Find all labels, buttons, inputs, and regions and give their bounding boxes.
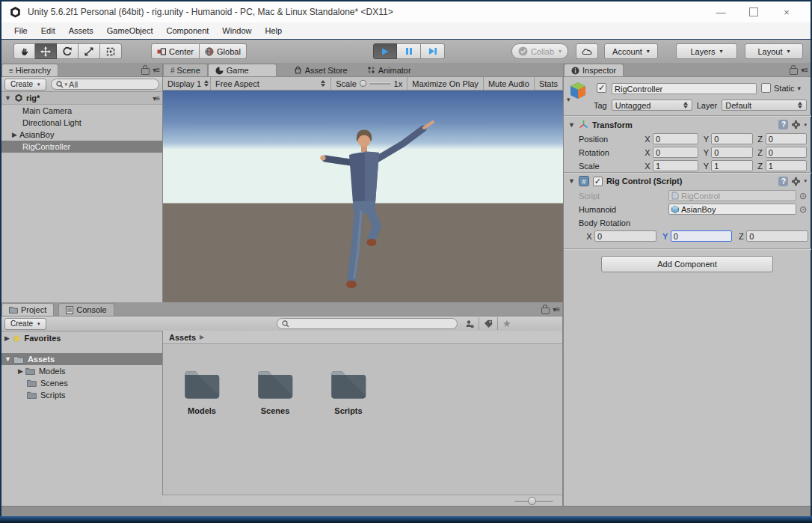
hierarchy-item-directional-light[interactable]: Directional Light xyxy=(1,117,162,129)
project-menu-icon[interactable]: ▾≡ xyxy=(553,305,559,314)
menu-assets[interactable]: Assets xyxy=(62,26,100,35)
scale-x-field[interactable]: 1 xyxy=(653,160,698,171)
humanoid-object-picker[interactable]: ⊙ xyxy=(796,206,807,213)
rotation-z-field[interactable]: 0 xyxy=(766,147,807,158)
scene-expand-arrow[interactable]: ▼ xyxy=(4,94,11,102)
active-checkbox[interactable]: ✓ xyxy=(597,83,606,93)
scale-y-field[interactable]: 1 xyxy=(711,160,752,171)
game-view[interactable] xyxy=(163,91,563,304)
icon-dropdown-arrow[interactable]: ▾ xyxy=(567,96,570,103)
rect-tool-button[interactable] xyxy=(100,43,122,59)
rotation-x-field[interactable]: 0 xyxy=(653,147,698,158)
position-x-field[interactable]: 0 xyxy=(653,133,698,144)
script-object-picker[interactable]: ⊙ xyxy=(796,192,807,200)
transform-gear-icon[interactable] xyxy=(792,120,800,129)
collab-button[interactable]: Collab ▾ xyxy=(511,43,568,59)
hierarchy-lock-icon[interactable] xyxy=(141,68,150,75)
hierarchy-search-input[interactable]: ▾ All xyxy=(51,79,159,90)
thumbnail-size-knob[interactable] xyxy=(528,497,536,505)
tab-inspector[interactable]: Inspector xyxy=(564,64,624,76)
tab-asset-store[interactable]: Asset Store xyxy=(287,64,354,76)
scale-tool-button[interactable] xyxy=(79,43,100,59)
hierarchy-create-button[interactable]: Create▾ xyxy=(4,79,46,91)
menu-gameobject[interactable]: GameObject xyxy=(100,26,160,35)
scene-header-row[interactable]: ▼ rig* ▾≡ xyxy=(1,92,162,105)
tree-item-scenes[interactable]: Scenes xyxy=(1,377,162,389)
script-field[interactable]: RigControl xyxy=(668,190,796,201)
project-create-button[interactable]: Create▾ xyxy=(4,318,46,330)
scale-z-field[interactable]: 1 xyxy=(766,160,807,171)
favorites-row[interactable]: ▶ ★ Favorites xyxy=(1,332,162,344)
layout-dropdown[interactable]: Layout▾ xyxy=(745,43,803,59)
body-rotation-z-field[interactable]: 0 xyxy=(746,230,808,242)
inspector-lock-icon[interactable] xyxy=(790,68,798,75)
inspector-menu-icon[interactable]: ▾≡ xyxy=(801,66,808,74)
close-button[interactable]: × xyxy=(770,2,803,22)
tab-animator[interactable]: Animator xyxy=(360,64,418,76)
gameobject-name-field[interactable]: RigController xyxy=(612,83,757,94)
cloud-button[interactable] xyxy=(576,43,598,59)
hierarchy-item-asianboy[interactable]: ▶AsianBoy xyxy=(1,129,162,141)
layers-dropdown[interactable]: Layers▾ xyxy=(676,43,737,59)
tab-console[interactable]: Console xyxy=(58,303,114,316)
humanoid-field[interactable]: AsianBoy xyxy=(668,204,796,215)
project-lock-icon[interactable] xyxy=(541,308,550,314)
body-rotation-y-field[interactable]: 0 xyxy=(671,230,733,242)
expand-arrow-icon[interactable]: ▶ xyxy=(1,131,19,138)
transform-expand-arrow[interactable]: ▼ xyxy=(568,121,575,129)
stats-button[interactable]: Stats xyxy=(535,77,563,90)
search-by-type-button[interactable] xyxy=(461,317,479,330)
folder-scenes[interactable]: Scenes xyxy=(247,368,304,415)
maximize-on-play-button[interactable]: Maximize On Play xyxy=(407,77,484,90)
position-y-field[interactable]: 0 xyxy=(711,133,752,144)
maximize-button[interactable] xyxy=(737,2,770,22)
tree-item-scripts[interactable]: Scripts xyxy=(1,389,162,401)
hierarchy-menu-icon[interactable]: ▾≡ xyxy=(153,66,159,74)
search-by-label-button[interactable] xyxy=(479,317,498,330)
project-search-input[interactable] xyxy=(277,318,458,329)
body-rotation-x-field[interactable]: 0 xyxy=(594,230,656,242)
scale-slider-knob[interactable] xyxy=(360,80,366,87)
assets-root-row[interactable]: ▼ Assets xyxy=(1,353,162,365)
menu-help[interactable]: Help xyxy=(258,26,289,35)
tab-scene[interactable]: # Scene xyxy=(163,64,208,76)
pivot-center-button[interactable]: Center xyxy=(151,43,200,59)
aspect-dropdown[interactable]: Free Aspect xyxy=(211,77,331,90)
folder-scripts[interactable]: Scripts xyxy=(320,368,377,415)
space-global-button[interactable]: Global xyxy=(200,43,247,59)
add-component-button[interactable]: Add Component xyxy=(601,256,773,272)
breadcrumb[interactable]: Assets xyxy=(169,333,196,342)
rotate-tool-button[interactable] xyxy=(57,43,79,59)
layer-dropdown[interactable]: Default xyxy=(722,100,807,111)
transform-help-icon[interactable]: ? xyxy=(778,120,788,129)
static-dropdown-arrow[interactable]: ▾ xyxy=(798,85,802,92)
favorites-expand-arrow[interactable]: ▶ xyxy=(1,334,12,342)
thumbnail-size-slider[interactable] xyxy=(514,500,553,502)
scale-slider-track[interactable] xyxy=(369,82,391,85)
position-z-field[interactable]: 0 xyxy=(766,133,807,144)
rotation-y-field[interactable]: 0 xyxy=(711,147,752,158)
step-button[interactable] xyxy=(421,43,445,59)
menu-window[interactable]: Window xyxy=(215,26,258,35)
models-expand-arrow[interactable]: ▶ xyxy=(1,367,25,375)
hierarchy-item-rigcontroller[interactable]: RigController xyxy=(1,141,162,153)
move-tool-button[interactable] xyxy=(35,43,57,59)
assets-expand-arrow[interactable]: ▼ xyxy=(1,355,13,363)
rig-control-enabled-checkbox[interactable]: ✓ xyxy=(593,177,603,186)
menu-file[interactable]: File xyxy=(7,26,34,35)
rig-control-expand-arrow[interactable]: ▼ xyxy=(568,177,575,185)
tree-item-models[interactable]: ▶ Models xyxy=(1,365,162,377)
account-dropdown[interactable]: Account▾ xyxy=(604,43,658,59)
menu-edit[interactable]: Edit xyxy=(34,26,62,35)
tab-project[interactable]: Project xyxy=(1,303,54,316)
rig-control-gear-icon[interactable] xyxy=(792,177,800,186)
tag-dropdown[interactable]: Untagged xyxy=(612,100,692,111)
menu-component[interactable]: Component xyxy=(159,26,215,35)
hand-tool-button[interactable] xyxy=(13,43,35,59)
tab-hierarchy[interactable]: ≡ Hierarchy xyxy=(1,64,58,76)
display-dropdown[interactable]: Display 1 xyxy=(163,77,211,90)
static-control[interactable]: Static ▾ xyxy=(761,83,801,93)
pause-button[interactable] xyxy=(397,43,421,59)
rig-control-header[interactable]: ▼ # ✓ Rig Control (Script) ? ▾ xyxy=(568,176,807,186)
hierarchy-item-main-camera[interactable]: Main Camera xyxy=(1,105,162,117)
